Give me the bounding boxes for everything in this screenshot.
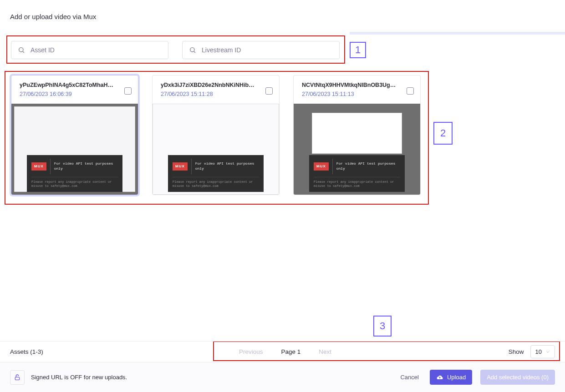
svg-rect-4 [15, 377, 19, 380]
chevron-down-icon [545, 350, 550, 354]
page-size-value: 10 [535, 348, 542, 355]
page-size-select[interactable]: 10 [530, 345, 555, 358]
cloud-upload-icon [436, 375, 443, 380]
progress-bar [350, 32, 565, 35]
show-label: Show [509, 348, 524, 355]
signed-url-toggle[interactable] [10, 370, 25, 385]
annotation-number-3: 3 [373, 316, 392, 337]
action-bar: Signed URL is OFF for new uploads. Cance… [0, 362, 565, 392]
cancel-button[interactable]: Cancel [397, 373, 421, 381]
annotation-box-1 [6, 35, 345, 64]
page-title: Add or upload video via Mux [10, 13, 96, 20]
upload-button-label: Upload [447, 374, 466, 381]
previous-page-button[interactable]: Previous [239, 348, 263, 355]
signed-url-status: Signed URL is OFF for new uploads. [31, 374, 127, 381]
next-page-button[interactable]: Next [319, 348, 331, 355]
add-selected-button[interactable]: Add selected videos (0) [480, 370, 555, 385]
annotation-number-2: 2 [433, 122, 453, 145]
unlock-icon [14, 374, 21, 381]
upload-button[interactable]: Upload [430, 370, 472, 385]
pagination-bar: Assets (1-3) Previous Page 1 Next Show 1… [0, 341, 565, 362]
assets-range: Assets (1-3) [10, 348, 43, 355]
annotation-box-2 [5, 71, 429, 205]
annotation-number-1: 1 [350, 42, 366, 58]
current-page-label: Page 1 [281, 348, 300, 355]
